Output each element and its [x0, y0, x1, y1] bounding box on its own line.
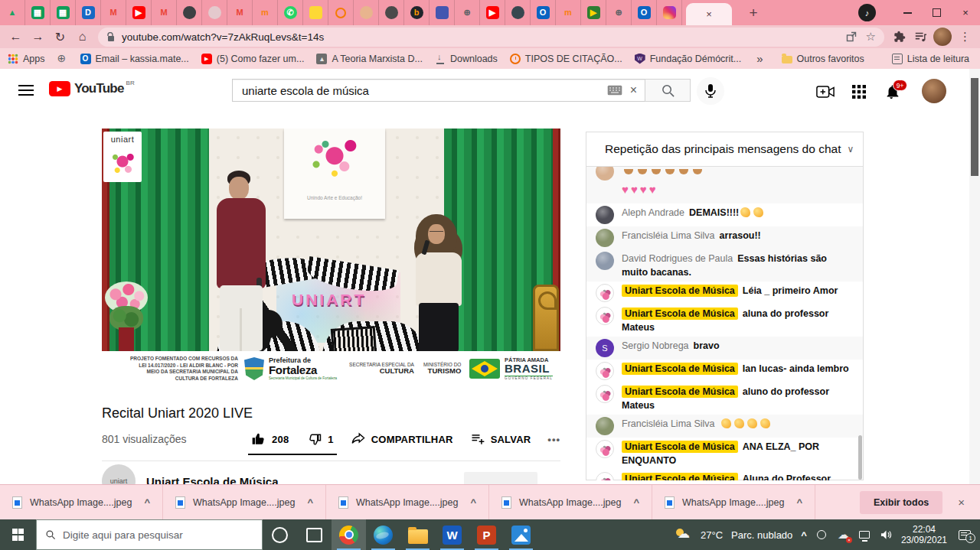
chat-author[interactable]: Aleph Andrade: [622, 207, 684, 218]
tray-expand-chevron[interactable]: ^: [801, 529, 807, 541]
download-item[interactable]: WhatsApp Image....jpeg^: [652, 485, 815, 519]
download-item[interactable]: WhatsApp Image....jpeg^: [489, 485, 652, 519]
edge-taskbar-button[interactable]: [366, 519, 400, 550]
chat-author-owner-badge[interactable]: Uniart Escola de Música: [622, 363, 738, 375]
bookmark-image[interactable]: A Teoria Marxista D...: [316, 54, 423, 64]
b-orange-app-tab[interactable]: b: [404, 0, 430, 25]
bookmark-outlook[interactable]: Email – kassia.mate...: [80, 54, 189, 64]
playlist-extension-icon[interactable]: [910, 31, 930, 43]
download-item[interactable]: WhatsApp Image....jpeg^: [0, 485, 163, 519]
weather-condition[interactable]: Parc. nublado: [731, 529, 792, 541]
save-button[interactable]: SALVAR: [470, 431, 531, 447]
chat-scrollbar-thumb[interactable]: [858, 435, 862, 480]
chat-avatar[interactable]: [596, 385, 614, 403]
orange-ring-tab[interactable]: [328, 0, 354, 25]
dark-flask-tab[interactable]: [505, 0, 531, 25]
action-center-icon[interactable]: 1: [959, 530, 971, 540]
task-view-taskbar-button[interactable]: [297, 519, 332, 550]
chat-avatar[interactable]: [596, 362, 614, 380]
tray-status-error-icon[interactable]: ☁×: [837, 529, 850, 542]
gmail-tab[interactable]: M: [101, 0, 126, 25]
keyboard-icon[interactable]: [607, 85, 622, 96]
download-item[interactable]: WhatsApp Image....jpeg^: [326, 485, 489, 519]
download-options-chevron[interactable]: ^: [144, 496, 150, 508]
chat-avatar[interactable]: [596, 229, 614, 247]
chrome-taskbar-button[interactable]: [332, 519, 366, 550]
globe-tab[interactable]: ⊕: [455, 0, 480, 25]
globe-tab[interactable]: ⊕: [606, 0, 632, 25]
chat-avatar[interactable]: [596, 307, 614, 325]
lamp-orange-tab[interactable]: [354, 0, 379, 25]
chat-author[interactable]: Sergio Nobrega: [622, 340, 689, 351]
download-options-chevron[interactable]: ^: [307, 496, 313, 508]
more-actions-button[interactable]: •••: [547, 434, 560, 445]
idea-gray-tab[interactable]: [202, 0, 227, 25]
dark-app-tab[interactable]: [379, 0, 404, 25]
chat-header[interactable]: Repetição das principais mensagens do ch…: [586, 132, 863, 167]
instagram-tab[interactable]: [657, 0, 682, 25]
chat-avatar[interactable]: [596, 252, 614, 270]
reading-list-button[interactable]: Lista de leitura: [892, 54, 969, 64]
browser-profile-avatar[interactable]: [933, 28, 952, 46]
back-button[interactable]: ←: [5, 30, 27, 44]
youtube-apps-grid-icon[interactable]: [850, 83, 868, 101]
new-tab-button[interactable]: +: [743, 2, 764, 24]
taskbar-search-box[interactable]: Digite aqui para pesquisar: [36, 519, 263, 550]
create-video-icon[interactable]: [816, 83, 835, 101]
dislike-button[interactable]: 1: [307, 431, 333, 447]
powerpoint-taskbar-button[interactable]: P: [469, 519, 504, 550]
show-all-downloads-button[interactable]: Exibir todos: [860, 491, 942, 514]
chat-author[interactable]: Francisléia Lima Silva: [622, 230, 715, 241]
outlook-tab[interactable]: O: [632, 0, 657, 25]
browser-menu-icon[interactable]: ⋮: [955, 30, 975, 44]
subscribe-button[interactable]: [464, 472, 537, 484]
voice-search-button[interactable]: [697, 77, 724, 105]
maximize-button[interactable]: [922, 0, 951, 25]
reload-button[interactable]: ↻: [49, 30, 71, 44]
youtube-tab[interactable]: ▶: [480, 0, 505, 25]
bookmark-globe[interactable]: [57, 54, 68, 64]
notifications-bell-icon[interactable]: 9+: [884, 83, 902, 101]
share-button[interactable]: COMPARTILHAR: [351, 431, 453, 447]
chat-author[interactable]: David Rodrigues de Paula: [622, 253, 733, 264]
youtube-logo[interactable]: ▶ YouTube BR: [49, 81, 135, 96]
chat-avatar[interactable]: S: [596, 339, 614, 357]
search-button[interactable]: [645, 79, 691, 102]
channel-name[interactable]: Uniart Escola de Música: [146, 475, 279, 485]
weather-temp[interactable]: 27°C: [701, 529, 723, 541]
close-downloads-bar-icon[interactable]: ×: [958, 496, 965, 509]
page-scrollbar-thumb[interactable]: [971, 78, 978, 176]
minimize-button[interactable]: [893, 0, 922, 25]
channel-avatar[interactable]: uniart: [102, 464, 136, 484]
download-options-chevron[interactable]: ^: [633, 496, 639, 508]
like-button[interactable]: 208: [251, 431, 289, 447]
bookmark-shield[interactable]: Fundação Démócrit...: [635, 54, 742, 64]
share-page-icon[interactable]: [846, 31, 857, 42]
address-bar[interactable]: youtube.com/watch?v=7zAkRuqLevs&t=14s ☆: [98, 28, 884, 47]
other-favorites-folder[interactable]: Outros favoritos: [782, 54, 864, 64]
moodle-tab[interactable]: m: [253, 0, 278, 25]
download-item[interactable]: WhatsApp Image....jpeg^: [163, 485, 326, 519]
bookmark-download[interactable]: Downloads: [435, 54, 498, 64]
chat-avatar[interactable]: [596, 417, 614, 435]
tray-app-icon[interactable]: [815, 529, 828, 542]
bookmark-youtube[interactable]: (5) Como fazer um...: [201, 54, 305, 64]
active-tab[interactable]: ×: [686, 3, 732, 25]
chat-author-owner-badge[interactable]: Uniart Escola de Música: [622, 441, 738, 453]
chat-author[interactable]: Francisléia Lima Silva: [622, 418, 715, 429]
chat-author-owner-badge[interactable]: Uniart Escola de Música: [622, 285, 738, 297]
moodle-tab[interactable]: m: [556, 0, 581, 25]
volume-icon[interactable]: [880, 529, 893, 542]
google-sheets-tab[interactable]: ▦: [25, 0, 51, 25]
chat-author-owner-badge[interactable]: Uniart Escola de Música: [622, 308, 738, 320]
chat-avatar[interactable]: [596, 440, 614, 458]
chat-avatar[interactable]: [596, 472, 614, 480]
home-button[interactable]: ⌂: [71, 30, 93, 44]
brasil-flag-app-tab[interactable]: ▶: [581, 0, 606, 25]
yellow-app-tab[interactable]: [303, 0, 328, 25]
close-tab-icon[interactable]: ×: [706, 8, 712, 20]
indigo-app-tab[interactable]: [430, 0, 455, 25]
google-sheets-tab[interactable]: ▦: [51, 0, 76, 25]
bookmarks-overflow-chevron[interactable]: »: [753, 52, 766, 65]
extensions-puzzle-icon[interactable]: [889, 31, 910, 43]
